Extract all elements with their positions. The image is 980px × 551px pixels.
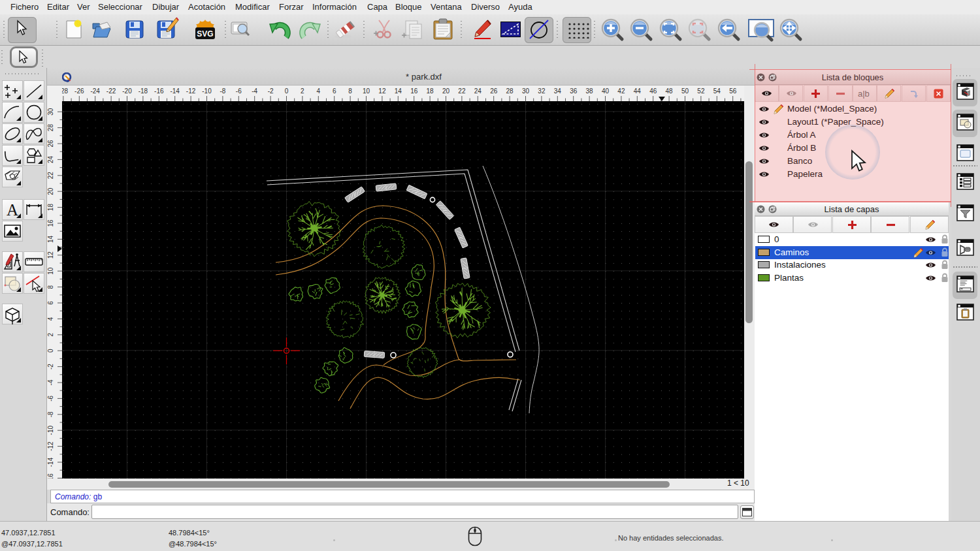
- svg-text:6: 6: [333, 87, 336, 95]
- svg-text:24: 24: [474, 87, 482, 95]
- svg-text:4: 4: [47, 317, 54, 321]
- svg-text:-10: -10: [202, 87, 212, 95]
- svg-text:-22: -22: [106, 87, 116, 95]
- svg-text:2: 2: [301, 87, 304, 95]
- svg-text:34: 34: [554, 87, 562, 95]
- svg-text:-10: -10: [47, 426, 54, 435]
- svg-text:A: A: [7, 201, 18, 219]
- svg-text:0: 0: [47, 349, 54, 353]
- svg-text:44: 44: [634, 87, 642, 95]
- svg-text:6: 6: [47, 301, 54, 305]
- svg-text:26: 26: [47, 140, 54, 148]
- svg-text:16: 16: [47, 219, 54, 227]
- svg-text:42: 42: [617, 87, 625, 95]
- svg-text:36: 36: [570, 87, 578, 95]
- svg-text:16: 16: [410, 87, 418, 95]
- svg-text:SVG: SVG: [197, 29, 213, 39]
- svg-text:30: 30: [522, 87, 530, 95]
- svg-text:52: 52: [697, 87, 705, 95]
- svg-text:54: 54: [713, 87, 721, 95]
- svg-text:-14: -14: [47, 457, 54, 467]
- svg-text:14: 14: [395, 87, 402, 95]
- svg-text:0: 0: [285, 87, 289, 95]
- svg-text:-2: -2: [47, 364, 54, 370]
- svg-text:-24: -24: [90, 87, 100, 95]
- svg-text:56: 56: [729, 87, 737, 95]
- svg-text:20: 20: [442, 87, 450, 95]
- svg-text:2: 2: [47, 333, 54, 337]
- svg-text:-26: -26: [74, 87, 84, 95]
- svg-text:-20: -20: [122, 87, 132, 95]
- svg-text:10: 10: [363, 87, 370, 95]
- svg-text:-14: -14: [170, 87, 180, 95]
- svg-text:18: 18: [47, 204, 54, 212]
- svg-text:26: 26: [490, 87, 498, 95]
- svg-text:-8: -8: [47, 411, 54, 417]
- svg-text:28: 28: [506, 87, 514, 95]
- svg-text:8: 8: [348, 87, 352, 95]
- svg-text:12: 12: [378, 87, 386, 95]
- svg-text:46: 46: [649, 87, 657, 95]
- svg-text:-12: -12: [47, 441, 54, 451]
- svg-text:-12: -12: [186, 87, 196, 95]
- svg-text:48: 48: [666, 87, 674, 95]
- svg-text:32: 32: [538, 87, 546, 95]
- svg-text:50: 50: [681, 87, 689, 95]
- svg-text:22: 22: [47, 172, 54, 180]
- svg-text:-16: -16: [47, 473, 54, 479]
- svg-text:-18: -18: [139, 87, 148, 95]
- svg-text:-2: -2: [268, 87, 274, 95]
- svg-text:22: 22: [458, 87, 466, 95]
- svg-text:-4: -4: [252, 87, 257, 95]
- svg-text:20: 20: [47, 187, 54, 195]
- svg-text:12: 12: [47, 251, 54, 259]
- svg-text:10: 10: [47, 267, 54, 275]
- svg-text:-4: -4: [47, 379, 54, 385]
- svg-text:-6: -6: [236, 87, 242, 95]
- svg-text:8: 8: [47, 285, 54, 289]
- svg-text:14: 14: [47, 235, 54, 243]
- svg-text:24: 24: [47, 155, 54, 163]
- svg-text:38: 38: [586, 87, 594, 95]
- svg-text:-6: -6: [47, 396, 54, 401]
- svg-text:4: 4: [317, 87, 321, 95]
- svg-text:40: 40: [602, 87, 610, 95]
- svg-text:-16: -16: [154, 87, 164, 95]
- svg-text:28: 28: [47, 124, 54, 132]
- svg-text:-28: -28: [62, 87, 69, 95]
- svg-text:18: 18: [427, 87, 434, 95]
- svg-text:30: 30: [47, 108, 54, 116]
- svg-text:-8: -8: [220, 87, 225, 95]
